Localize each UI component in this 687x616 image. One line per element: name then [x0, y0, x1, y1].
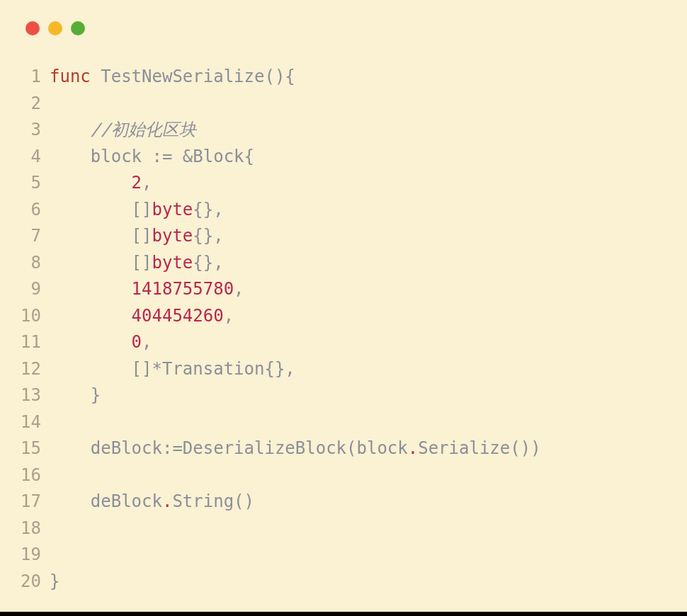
token-plain: } — [50, 571, 59, 591]
line-number: 18 — [0, 515, 50, 542]
code-content[interactable] — [50, 409, 687, 436]
line-number: 1 — [0, 64, 50, 91]
code-content[interactable]: []*Transation{}, — [50, 356, 687, 383]
code-line[interactable]: 15 deBlock:=DeserializeBlock(block.Seria… — [0, 435, 687, 462]
code-line[interactable]: 17 deBlock.String() — [0, 489, 687, 515]
token-plain: (){ — [264, 67, 295, 86]
code-content[interactable]: deBlock.String() — [50, 489, 687, 515]
code-content[interactable]: 1418755780, — [50, 276, 687, 303]
token-plain: , — [224, 306, 234, 326]
token-plain: deBlock:=DeserializeBlock(block — [50, 438, 408, 458]
line-number: 17 — [0, 489, 50, 515]
token-plain — [91, 67, 101, 86]
code-line[interactable]: 3 //初始化区块 — [0, 117, 687, 144]
line-number: 13 — [0, 382, 50, 409]
token-plain: Serialize()) — [418, 438, 540, 458]
token-plain: {}, — [193, 200, 223, 219]
line-number: 4 — [0, 144, 50, 171]
minimize-icon[interactable] — [48, 21, 62, 35]
code-line[interactable]: 7 []byte{}, — [0, 223, 687, 250]
token-dot-op: . — [408, 438, 418, 458]
line-number: 16 — [0, 462, 50, 489]
code-line[interactable]: 12 []*Transation{}, — [0, 356, 687, 383]
code-content[interactable]: func TestNewSerialize(){ — [50, 64, 687, 91]
token-num: 2 — [132, 173, 142, 193]
code-content[interactable]: } — [50, 569, 687, 595]
line-number: 19 — [0, 542, 50, 569]
code-content[interactable] — [50, 91, 687, 118]
code-content[interactable]: []byte{}, — [50, 197, 687, 224]
line-number: 14 — [0, 409, 50, 436]
code-content[interactable] — [50, 462, 687, 489]
token-plain: [] — [50, 226, 152, 246]
token-plain — [50, 279, 132, 299]
token-num: 0 — [132, 332, 142, 352]
code-editor[interactable]: 1func TestNewSerialize(){23 //初始化区块4 blo… — [0, 35, 687, 595]
token-plain: , — [234, 279, 244, 299]
code-line[interactable]: 14 — [0, 409, 687, 436]
token-dot-op: . — [162, 491, 172, 511]
line-number: 3 — [0, 117, 50, 144]
close-icon[interactable] — [25, 21, 40, 35]
code-content[interactable]: []byte{}, — [50, 223, 687, 250]
maximize-icon[interactable] — [71, 21, 85, 35]
code-content[interactable]: 2, — [50, 170, 687, 197]
token-plain — [50, 173, 132, 193]
token-comment: //初始化区块 — [91, 120, 196, 139]
line-number: 8 — [0, 250, 50, 277]
token-plain: {}, — [193, 226, 223, 246]
token-kw: func — [50, 67, 91, 86]
code-line[interactable]: 9 1418755780, — [0, 276, 687, 303]
bottom-border — [0, 612, 687, 616]
code-line[interactable]: 8 []byte{}, — [0, 250, 687, 277]
token-plain: , — [142, 332, 152, 352]
token-num: 404454260 — [132, 306, 224, 326]
line-number: 15 — [0, 435, 50, 462]
line-number: 7 — [0, 223, 50, 250]
code-line[interactable]: 4 block := &Block{ — [0, 144, 687, 171]
window-traffic-lights — [0, 0, 687, 35]
token-plain: []*Transation{}, — [50, 359, 295, 379]
code-content[interactable]: //初始化区块 — [50, 117, 687, 144]
code-content[interactable] — [50, 515, 687, 542]
line-number: 5 — [0, 170, 50, 197]
line-number: 10 — [0, 303, 50, 330]
line-number: 20 — [0, 569, 50, 595]
code-content[interactable]: 404454260, — [50, 303, 687, 330]
token-plain: deBlock — [50, 491, 162, 511]
token-plain: [] — [50, 200, 152, 219]
code-content[interactable]: } — [50, 382, 687, 409]
code-line[interactable]: 2 — [0, 91, 687, 118]
code-line[interactable]: 5 2, — [0, 170, 687, 197]
code-line[interactable]: 6 []byte{}, — [0, 197, 687, 224]
token-plain — [50, 306, 132, 326]
code-line[interactable]: 20} — [0, 569, 687, 595]
token-plain: String() — [172, 491, 254, 511]
token-typ: byte — [152, 253, 193, 273]
line-number: 9 — [0, 276, 50, 303]
token-plain: } — [50, 385, 101, 405]
code-line[interactable]: 19 — [0, 542, 687, 569]
token-plain: [] — [50, 253, 152, 273]
line-number: 11 — [0, 329, 50, 356]
code-line[interactable]: 18 — [0, 515, 687, 542]
code-line[interactable]: 13 } — [0, 382, 687, 409]
code-content[interactable]: block := &Block{ — [50, 144, 687, 171]
line-number: 2 — [0, 91, 50, 118]
line-number: 12 — [0, 356, 50, 383]
code-content[interactable]: deBlock:=DeserializeBlock(block.Serializ… — [50, 435, 687, 462]
token-plain: {}, — [193, 253, 223, 273]
token-plain: block := &Block{ — [50, 147, 254, 166]
code-content[interactable]: 0, — [50, 329, 687, 356]
token-typ: byte — [152, 200, 193, 219]
token-typ: byte — [152, 226, 193, 246]
code-line[interactable]: 11 0, — [0, 329, 687, 356]
code-line[interactable]: 1func TestNewSerialize(){ — [0, 64, 687, 91]
token-num: 1418755780 — [132, 279, 234, 299]
code-content[interactable]: []byte{}, — [50, 250, 687, 277]
code-line[interactable]: 16 — [0, 462, 687, 489]
token-plain — [50, 120, 91, 139]
code-line[interactable]: 10 404454260, — [0, 303, 687, 330]
token-plain: , — [142, 173, 152, 193]
code-content[interactable] — [50, 542, 687, 569]
